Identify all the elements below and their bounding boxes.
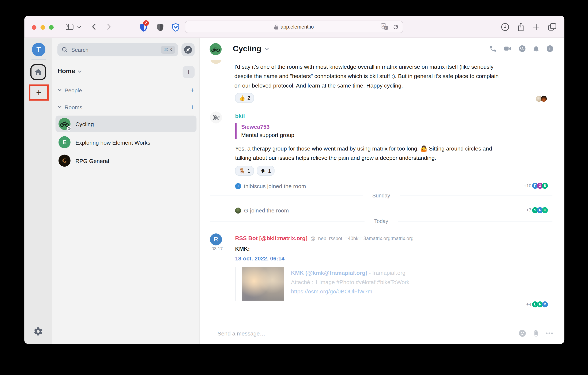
emoji-picker-icon[interactable] [518,329,526,337]
preview-title-link[interactable]: KMK (@kmk@framapiaf.org) [291,270,367,276]
add-room-button[interactable]: + [190,103,194,111]
chevron-down-icon [58,106,62,108]
search-icon [62,47,68,53]
create-space-button[interactable]: + [36,88,42,97]
date-divider-label: Today [364,218,398,224]
reaction-pill[interactable]: 👍 2 [235,93,254,103]
quick-settings-button[interactable] [33,327,43,336]
quote-text: Mental support group [241,131,294,139]
sender-name[interactable]: bkil [235,113,245,119]
avatar-bkil[interactable] [210,111,222,123]
room-item-cycling[interactable]: Cycling [55,116,197,132]
extension-badge: 2 [143,20,149,26]
avatar-rss-bot[interactable]: R [210,233,222,245]
room-item-rpg[interactable]: G RPG General [55,152,197,169]
reaction-emoji: 🗣 [261,168,266,174]
avatar[interactable] [210,60,222,64]
read-receipt-avatar[interactable]: K [542,207,548,213]
message-text: Yes, a therapy group for those who went … [235,144,495,163]
compass-icon [184,45,192,54]
sidebar-toggle-icon[interactable] [66,24,74,30]
membership-event: T thibiscus joined the room [235,183,306,189]
reload-icon[interactable] [393,23,399,31]
preview-source: - framapiaf.org [369,270,405,276]
add-people-button[interactable]: + [190,86,194,94]
reaction-count: 2 [248,95,250,101]
voice-call-icon[interactable] [489,44,497,52]
membership-event: ⊙ joined the room [235,207,289,214]
message-date-link[interactable]: 18 oct. 2022, 06:14 [235,255,284,262]
reaction-count: 1 [248,168,250,174]
search-shortcut: ⌘ K [161,46,175,54]
translate-icon[interactable]: A x [381,23,389,31]
user-avatar[interactable]: T [32,43,45,56]
read-receipt-avatar[interactable]: S [542,183,548,189]
quoted-message[interactable]: Siewca753 Mental support group [235,123,294,139]
preview-link[interactable]: https://osm.org/go/0BOUlFfW?m [291,287,410,296]
zoom-window-button[interactable] [49,25,54,30]
space-panel-divider [32,59,46,60]
sender-name[interactable]: RSS Bot [@bkil:matrix.org] [235,235,307,241]
section-rooms[interactable]: Rooms + [58,102,194,112]
room-avatar-letter: G [59,155,71,167]
message-composer: Send a message… [200,323,564,344]
screen: 2 app.element.io [0,0,588,375]
section-label: People [64,87,187,93]
room-list-divider [57,61,195,61]
pocket-extension-icon[interactable] [171,23,180,32]
reaction-pill[interactable]: 🪑 1 [235,166,254,176]
room-name: Exploring how Element Works [75,139,150,145]
reaction-emoji: 👍 [239,95,245,101]
space-header[interactable]: Home [57,68,82,75]
explore-rooms-button[interactable] [181,43,195,56]
event-text: thibiscus joined the room [244,183,306,189]
shield-extension-icon[interactable] [156,23,165,32]
room-search-icon[interactable] [518,44,526,52]
sender-user-id: @_neb_rssbot_=40bkil=3amatrix.org:matrix… [310,236,414,242]
room-avatar-letter: E [59,136,71,148]
sidebar-menu-chevron-icon[interactable] [77,26,81,28]
room-header-avatar[interactable] [210,43,222,55]
tab-overview-button[interactable] [548,23,556,31]
add-button[interactable]: + [183,66,195,78]
read-receipt-overflow: +4 [526,302,531,307]
read-receipt-avatar[interactable]: M [542,301,548,307]
room-name: Cycling [75,121,94,127]
new-tab-button[interactable] [533,23,540,31]
chevron-down-icon [58,89,62,91]
search-input[interactable] [71,47,161,53]
event-text: ⊙ joined the room [244,207,289,214]
read-receipt-avatar[interactable] [541,96,546,102]
room-item-exploring[interactable]: E Exploring how Element Works [55,134,197,151]
message-input[interactable]: Send a message… [218,330,265,337]
back-button[interactable] [92,24,96,30]
room-title[interactable]: Cycling [233,44,269,54]
chat-panel: Cycling [200,38,564,344]
minimize-window-button[interactable] [41,25,45,30]
svg-text:x: x [385,26,387,30]
avatar[interactable]: T [235,183,241,189]
preview-thumbnail-image[interactable] [242,267,284,301]
downloads-button[interactable] [501,23,509,31]
space-panel: T + [24,38,52,344]
room-list-panel: ⌘ K Home + [52,38,200,344]
url-preview-card[interactable]: KMK (@kmk@framapiaf.org) - framapiaf.org… [235,267,409,301]
more-options-icon[interactable] [546,332,553,334]
share-button[interactable] [517,22,525,32]
search-bar[interactable]: ⌘ K [57,43,178,56]
close-window-button[interactable] [32,25,36,30]
home-space-button[interactable] [31,64,46,80]
forward-button[interactable] [107,24,111,30]
video-call-icon[interactable] [503,44,512,52]
address-bar[interactable]: app.element.io A x [185,21,403,33]
date-divider: Today [210,218,552,224]
section-people[interactable]: People + [58,86,194,95]
browser-window: 2 app.element.io [24,16,564,344]
message-timestamp: 08:17 [211,246,223,252]
avatar[interactable] [235,208,241,213]
attachment-icon[interactable] [533,329,540,337]
reaction-pill[interactable]: 🗣 1 [257,166,274,176]
room-name: RPG General [75,157,109,164]
room-info-icon[interactable] [546,44,554,52]
notifications-icon[interactable] [533,44,540,52]
